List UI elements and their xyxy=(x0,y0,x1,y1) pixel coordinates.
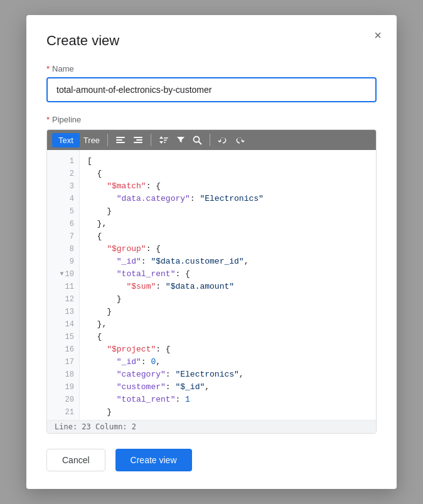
svg-rect-2 xyxy=(116,142,125,143)
code-line-9: "_id": "$data.customer_id", xyxy=(87,255,368,268)
pipeline-editor: Text Tree xyxy=(46,129,377,434)
name-input[interactable] xyxy=(46,77,377,102)
sort-icon xyxy=(159,135,169,145)
line-num-16: 16 xyxy=(47,343,79,356)
line-num-4: 4 xyxy=(47,193,79,205)
line-num-20: 20 xyxy=(47,394,79,406)
code-line-7: { xyxy=(87,230,368,243)
line-num-5: 5 xyxy=(47,205,79,218)
toolbar-filter-btn[interactable] xyxy=(173,133,189,147)
pipeline-required-marker: * xyxy=(46,115,50,124)
toolbar-divider-2 xyxy=(151,134,151,146)
code-content[interactable]: [ { "$match": { "data.category": "Electr… xyxy=(80,150,376,420)
line-num-18: 18 xyxy=(47,368,79,381)
line-num-22: 22 xyxy=(47,419,79,420)
line-num-2: 2 xyxy=(47,168,79,180)
toolbar-align-right-btn[interactable] xyxy=(129,132,147,147)
line-num-10: ▼10 xyxy=(47,268,79,281)
code-editor-body[interactable]: 1 2 3 4 5 6 7 8 9 ▼10 11 12 13 14 15 16 xyxy=(47,150,376,420)
code-line-3: "$match": { xyxy=(87,180,368,193)
code-line-13: } xyxy=(87,306,368,318)
line-num-21: 21 xyxy=(47,406,79,419)
code-line-21: } xyxy=(87,406,368,419)
line-num-9: 9 xyxy=(47,255,79,268)
line-num-15: 15 xyxy=(47,331,79,343)
line-num-17: 17 xyxy=(47,356,79,368)
line-num-13: 13 xyxy=(47,306,79,318)
toolbar-divider-3 xyxy=(210,134,210,146)
code-line-11: "$sum": "$data.amount" xyxy=(87,281,368,293)
line-num-3: 3 xyxy=(47,180,79,193)
code-line-10: "total_rent": { xyxy=(87,268,368,281)
line-numbers: 1 2 3 4 5 6 7 8 9 ▼10 11 12 13 14 15 16 xyxy=(47,150,80,420)
line-num-11: 11 xyxy=(47,281,79,293)
code-line-12: } xyxy=(87,293,368,306)
code-line-8: "$group": { xyxy=(87,243,368,255)
svg-line-10 xyxy=(199,141,202,144)
toolbar-align-left-btn[interactable] xyxy=(112,132,129,147)
modal-title: Create view xyxy=(46,33,377,49)
close-button[interactable]: × xyxy=(372,26,384,44)
search-icon xyxy=(193,136,202,145)
svg-rect-3 xyxy=(134,137,142,138)
code-line-6: }, xyxy=(87,218,368,230)
code-line-1: [ xyxy=(87,155,368,168)
editor-toolbar: Text Tree xyxy=(47,130,376,150)
name-label: * Name xyxy=(46,64,377,73)
pipeline-label-text: Pipeline xyxy=(52,115,81,124)
line-num-12: 12 xyxy=(47,293,79,306)
toolbar-tree-btn[interactable]: Tree xyxy=(80,133,104,147)
code-line-4: "data.category": "Electronics" xyxy=(87,193,368,205)
editor-statusbar: Line: 23 Column: 2 xyxy=(47,420,376,433)
code-line-22: } xyxy=(87,419,368,420)
pipeline-label: * Pipeline xyxy=(46,115,377,124)
code-line-14: }, xyxy=(87,318,368,331)
filter-icon xyxy=(176,136,185,144)
name-required-marker: * xyxy=(46,64,50,73)
redo-icon xyxy=(235,135,245,145)
svg-rect-6 xyxy=(164,137,168,139)
create-view-button[interactable]: Create view xyxy=(115,449,192,471)
cancel-button[interactable]: Cancel xyxy=(46,449,105,471)
line-num-8: 8 xyxy=(47,243,79,255)
line-num-19: 19 xyxy=(47,381,79,394)
line-num-1: 1 xyxy=(47,155,79,168)
code-line-2: { xyxy=(87,168,368,180)
code-line-15: { xyxy=(87,331,368,343)
create-view-modal: × Create view * Name * Pipeline Text Tre… xyxy=(26,15,397,489)
code-line-18: "category": "Electronics", xyxy=(87,368,368,381)
name-label-text: Name xyxy=(52,64,74,73)
code-line-5: } xyxy=(87,205,368,218)
toolbar-text-btn[interactable]: Text xyxy=(52,133,80,147)
toolbar-divider-1 xyxy=(107,134,108,146)
toolbar-sort-btn[interactable] xyxy=(155,132,173,147)
svg-rect-0 xyxy=(116,137,125,138)
svg-rect-1 xyxy=(116,139,122,141)
align-right-icon xyxy=(133,135,143,145)
code-line-19: "customer": "$_id", xyxy=(87,381,368,394)
code-line-16: "$project": { xyxy=(87,343,368,356)
svg-point-9 xyxy=(194,136,200,142)
svg-rect-8 xyxy=(164,142,166,143)
svg-rect-5 xyxy=(134,142,142,143)
modal-footer: Cancel Create view xyxy=(46,449,377,471)
toolbar-undo-btn[interactable] xyxy=(214,132,232,147)
toolbar-redo-btn[interactable] xyxy=(232,132,249,147)
align-left-icon xyxy=(115,135,126,145)
code-line-20: "total_rent": 1 xyxy=(87,394,368,406)
line-num-6: 6 xyxy=(47,218,79,230)
toolbar-search-btn[interactable] xyxy=(189,133,206,147)
line-num-14: 14 xyxy=(47,318,79,331)
svg-rect-4 xyxy=(136,139,142,141)
undo-icon xyxy=(218,135,228,145)
code-line-17: "_id": 0, xyxy=(87,356,368,368)
line-num-7: 7 xyxy=(47,230,79,243)
svg-rect-7 xyxy=(164,140,167,141)
